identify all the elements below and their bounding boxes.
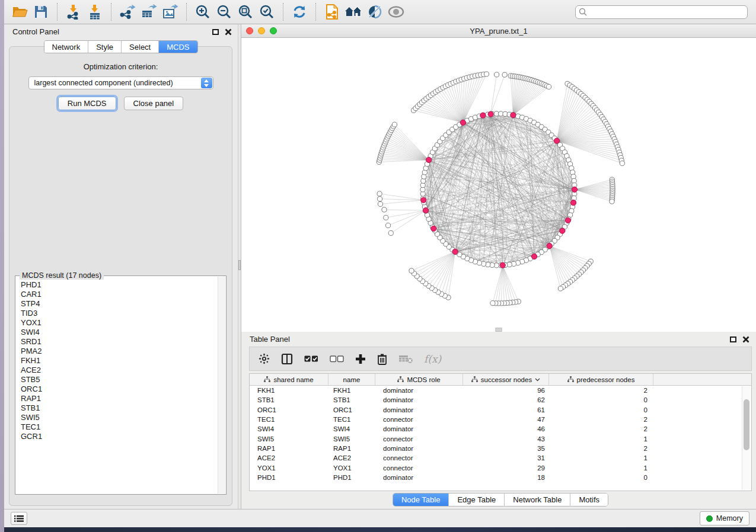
table-cell: connector xyxy=(375,416,463,423)
tab-style[interactable]: Style xyxy=(88,41,122,53)
tab-motifs[interactable]: Motifs xyxy=(570,493,608,506)
zoom-out-button[interactable] xyxy=(213,2,235,22)
zoom-selected-button[interactable] xyxy=(256,2,277,22)
mcds-result-item[interactable]: TID3 xyxy=(21,309,216,318)
import-table-button[interactable] xyxy=(84,2,106,22)
table-row[interactable]: YOX1YOX1connector291 xyxy=(250,463,751,472)
mcds-result-item[interactable]: ACE2 xyxy=(21,366,216,375)
table-cell: dominator xyxy=(375,474,463,481)
table-cell: TEC1 xyxy=(250,416,328,423)
close-panel-button[interactable]: Close panel xyxy=(124,97,184,110)
tab-select[interactable]: Select xyxy=(122,41,159,53)
delete-column-button[interactable] xyxy=(377,352,387,366)
mcds-result-item[interactable]: STP4 xyxy=(21,299,216,309)
task-history-button[interactable] xyxy=(11,512,27,525)
export-table-button[interactable] xyxy=(138,2,160,22)
zoom-in-button[interactable] xyxy=(192,2,213,22)
mcds-result-item[interactable]: STB5 xyxy=(21,375,216,384)
network-graph[interactable] xyxy=(241,38,756,332)
tab-mcds[interactable]: MCDS xyxy=(159,41,197,53)
main-toolbar xyxy=(4,0,756,24)
select-all-rows-button[interactable] xyxy=(304,352,318,366)
mcds-result-item[interactable]: RAP1 xyxy=(21,394,216,403)
tab-node-table[interactable]: Node Table xyxy=(393,493,449,506)
add-column-button[interactable] xyxy=(355,352,366,366)
mcds-result-item[interactable]: SRD1 xyxy=(21,337,216,347)
visual-mapping-toggle-button[interactable] xyxy=(364,2,385,22)
fx-icon: f(x) xyxy=(424,353,441,365)
mcds-result-item[interactable]: TEC1 xyxy=(21,422,216,432)
show-hide-button[interactable] xyxy=(385,2,407,22)
memory-button[interactable]: Memory xyxy=(700,511,749,525)
zoom-fit-button[interactable] xyxy=(235,2,256,22)
table-row[interactable]: ORC1ORC1dominator610 xyxy=(250,405,751,415)
refresh-button[interactable] xyxy=(289,2,310,22)
table-cell: ACE2 xyxy=(250,454,328,462)
run-mcds-button[interactable]: Run MCDS xyxy=(58,97,116,110)
splitter-handle[interactable] xyxy=(238,260,241,270)
float-panel-icon[interactable] xyxy=(212,29,219,35)
deselect-all-rows-button[interactable] xyxy=(330,352,344,366)
network-titlebar[interactable]: YPA_prune.txt_1 xyxy=(241,24,756,38)
toolbar-separator xyxy=(283,3,283,21)
toolbar-search-field[interactable] xyxy=(575,5,748,19)
mcds-result-item[interactable]: PMA2 xyxy=(21,347,216,356)
table-row[interactable]: SWI5SWI5connector431 xyxy=(250,434,751,443)
export-network-button[interactable] xyxy=(117,2,138,22)
home-networks-button[interactable] xyxy=(343,2,364,22)
column-header-shared-name[interactable]: shared name xyxy=(250,374,328,385)
float-table-panel-icon[interactable] xyxy=(730,336,736,342)
mcds-result-item[interactable]: YOX1 xyxy=(21,318,216,328)
mcds-result-item[interactable]: CAR1 xyxy=(21,290,216,299)
table-scrollbar[interactable] xyxy=(742,386,751,490)
list-icon xyxy=(14,515,24,523)
table-row[interactable]: SWI4SWI4dominator462 xyxy=(250,424,751,434)
table-cell: SWI4 xyxy=(250,425,328,432)
close-window-icon[interactable] xyxy=(246,27,253,34)
optimization-criterion-select[interactable]: largest connected component (undirected) xyxy=(28,76,213,89)
canvas-scroll-handle[interactable] xyxy=(496,328,502,332)
close-table-panel-icon[interactable] xyxy=(742,336,749,343)
table-row[interactable]: STB1STB1dominator620 xyxy=(250,395,751,405)
tab-edge-table[interactable]: Edge Table xyxy=(449,493,505,506)
table-scrollbar-thumb[interactable] xyxy=(744,399,749,450)
columns-icon xyxy=(281,353,293,365)
column-header-name[interactable]: name xyxy=(328,374,375,385)
mcds-result-item[interactable]: SWI5 xyxy=(21,413,216,422)
table-row[interactable]: TEC1TEC1connector472 xyxy=(250,415,751,424)
mcds-list-scrollbar[interactable] xyxy=(218,277,225,493)
mcds-result-item[interactable]: SWI4 xyxy=(21,328,216,337)
tab-network-table[interactable]: Network Table xyxy=(505,493,570,506)
table-settings-button[interactable] xyxy=(259,352,270,366)
column-header-predecessor-nodes[interactable]: predecessor nodes xyxy=(549,374,653,385)
table-cell: 61 xyxy=(463,406,549,414)
close-panel-icon[interactable] xyxy=(225,28,232,36)
mcds-result-item[interactable]: ORC1 xyxy=(21,384,216,394)
table-cell: YOX1 xyxy=(328,464,375,472)
export-image-button[interactable] xyxy=(160,2,181,22)
tab-network[interactable]: Network xyxy=(44,41,88,53)
mcds-result-list[interactable]: PHD1CAR1STP4TID3YOX1SWI4SRD1PMA2FKH1ACE2… xyxy=(17,278,216,493)
zoom-out-icon xyxy=(216,4,232,20)
search-input[interactable] xyxy=(589,8,744,16)
table-row[interactable]: PHD1PHD1dominator180 xyxy=(250,473,751,482)
import-network-button[interactable] xyxy=(63,2,84,22)
column-header-successor-nodes[interactable]: successor nodes xyxy=(463,374,549,385)
mcds-result-item[interactable]: FKH1 xyxy=(21,356,216,366)
table-cell: 2 xyxy=(549,387,653,394)
maximize-window-icon[interactable] xyxy=(270,27,277,34)
network-canvas[interactable] xyxy=(241,38,756,332)
show-columns-button[interactable] xyxy=(281,352,293,366)
table-row[interactable]: ACE2ACE2connector311 xyxy=(250,453,751,463)
table-row[interactable]: RAP1RAP1dominator352 xyxy=(250,444,751,453)
mcds-result-item[interactable]: PHD1 xyxy=(21,280,216,290)
save-session-button[interactable] xyxy=(30,2,52,22)
mcds-result-item[interactable]: GCR1 xyxy=(21,432,216,441)
column-header-mcds-role[interactable]: MCDS role xyxy=(375,374,463,385)
open-file-button[interactable] xyxy=(9,2,30,22)
minimize-window-icon[interactable] xyxy=(258,27,265,34)
mcds-result-item[interactable]: STB1 xyxy=(21,403,216,413)
column-label: successor nodes xyxy=(481,376,532,383)
network-from-file-button[interactable] xyxy=(321,2,343,22)
table-row[interactable]: FKH1FKH1dominator962 xyxy=(250,386,751,395)
